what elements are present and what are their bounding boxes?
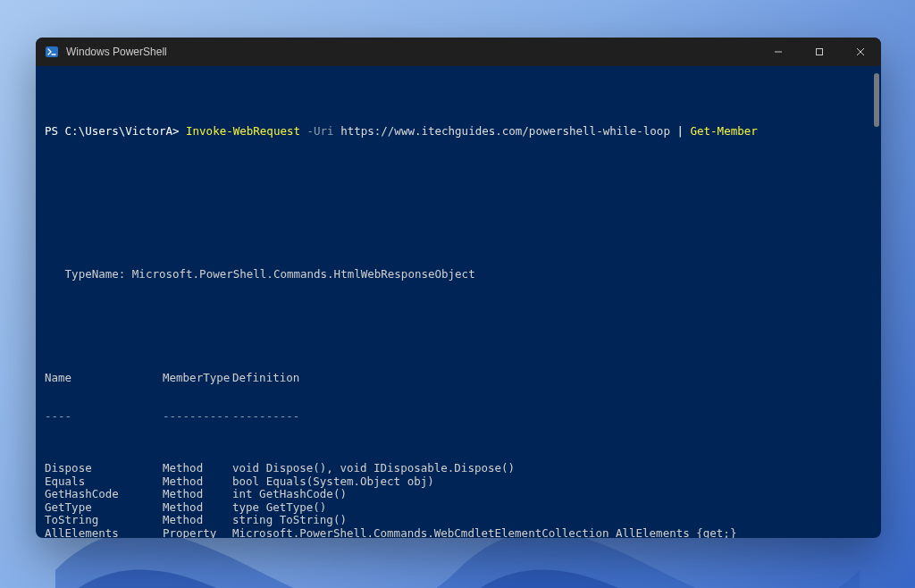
prompt-path: PS C:\Users\VictorA> bbox=[45, 124, 180, 138]
table-row: EqualsMethodbool Equals(System.Object ob… bbox=[45, 475, 872, 489]
col-header-name: Name bbox=[45, 372, 163, 385]
member-name: ToString bbox=[45, 514, 163, 527]
cmd-url: https://www.itechguides.com/powershell-w… bbox=[340, 124, 670, 138]
column-headers: NameMemberTypeDefinition bbox=[45, 372, 872, 385]
blank-line bbox=[45, 177, 872, 190]
powershell-window: Windows PowerShell PS C:\Users\VictorA> … bbox=[36, 38, 881, 538]
member-name: AllElements bbox=[45, 527, 163, 539]
minimize-button[interactable] bbox=[758, 38, 799, 66]
member-type: Method bbox=[163, 514, 232, 527]
blank-line bbox=[45, 320, 872, 333]
typename-value: Microsoft.PowerShell.Commands.HtmlWebRes… bbox=[132, 267, 475, 281]
member-definition: string ToString() bbox=[232, 514, 872, 527]
terminal-area[interactable]: PS C:\Users\VictorA> Invoke-WebRequest -… bbox=[36, 66, 881, 538]
scrollbar-thumb[interactable] bbox=[874, 73, 879, 127]
cmd-uri-param: -Uri bbox=[307, 124, 334, 138]
titlebar[interactable]: Windows PowerShell bbox=[36, 38, 881, 66]
table-row: AllElementsPropertyMicrosoft.PowerShell.… bbox=[45, 527, 872, 539]
member-type: Method bbox=[163, 488, 232, 501]
blank-line bbox=[45, 216, 872, 230]
cmd-invoke-webrequest: Invoke-WebRequest bbox=[186, 124, 300, 138]
col-header-definition: Definition bbox=[232, 372, 872, 385]
cmd-get-member: Get-Member bbox=[691, 124, 758, 138]
member-definition: Microsoft.PowerShell.Commands.WebCmdletE… bbox=[232, 527, 872, 539]
col-header-membertype: MemberType bbox=[163, 372, 232, 385]
member-definition: bool Equals(System.Object obj) bbox=[232, 475, 872, 489]
svg-rect-2 bbox=[817, 49, 823, 55]
member-type: Property bbox=[163, 527, 232, 539]
table-row: GetHashCodeMethodint GetHashCode() bbox=[45, 488, 872, 501]
cmd-pipe: | bbox=[676, 124, 684, 138]
command-line-1: PS C:\Users\VictorA> Invoke-WebRequest -… bbox=[45, 125, 872, 139]
member-type: Method bbox=[163, 501, 232, 515]
table-row: DisposeMethodvoid Dispose(), void IDispo… bbox=[45, 462, 872, 475]
column-dashes: ------------------------ bbox=[45, 410, 872, 424]
member-type: Method bbox=[163, 475, 232, 489]
table-row: GetTypeMethodtype GetType() bbox=[45, 501, 872, 515]
member-name: Equals bbox=[45, 475, 163, 489]
svg-rect-0 bbox=[46, 46, 58, 57]
window-title: Windows PowerShell bbox=[66, 46, 167, 58]
member-definition: void Dispose(), void IDisposable.Dispose… bbox=[232, 462, 872, 475]
member-type: Method bbox=[163, 462, 232, 475]
maximize-button[interactable] bbox=[799, 38, 840, 66]
close-button[interactable] bbox=[840, 38, 881, 66]
member-definition: type GetType() bbox=[232, 501, 872, 515]
typename-line: TypeName: Microsoft.PowerShell.Commands.… bbox=[45, 268, 872, 281]
table-row: ToStringMethodstring ToString() bbox=[45, 514, 872, 527]
members-list: DisposeMethodvoid Dispose(), void IDispo… bbox=[45, 462, 872, 538]
powershell-icon bbox=[45, 45, 59, 59]
member-name: GetHashCode bbox=[45, 488, 163, 501]
member-name: GetType bbox=[45, 501, 163, 515]
typename-label: TypeName: bbox=[65, 267, 126, 281]
member-name: Dispose bbox=[45, 462, 163, 475]
member-definition: int GetHashCode() bbox=[232, 488, 872, 501]
